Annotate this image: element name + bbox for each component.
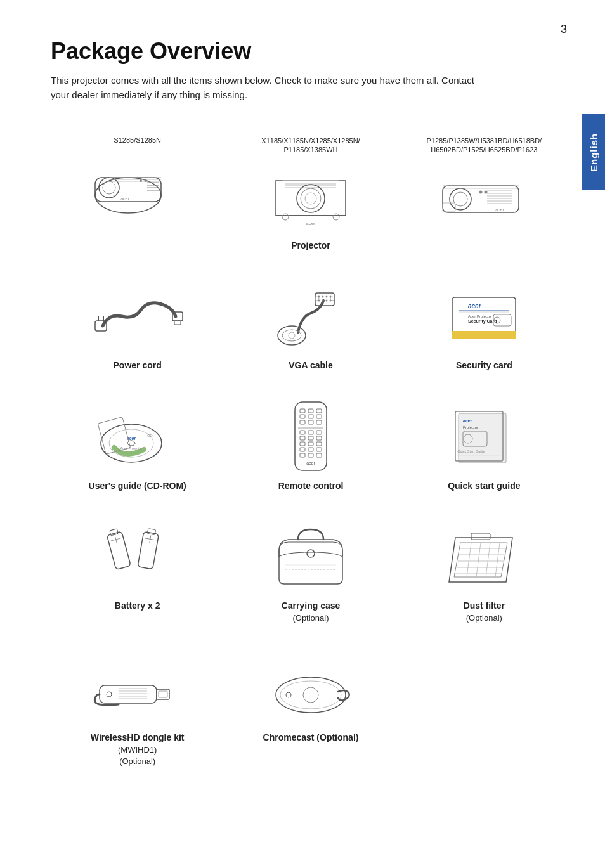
remote-control-label: Remote control: [278, 480, 344, 493]
item-projector-s1285: S1285/S1285N: [51, 125, 224, 267]
item-dust-filter: Dust filter (Optional): [398, 507, 571, 639]
item-vga-cable: VGA cable: [224, 267, 397, 387]
svg-point-19: [301, 188, 321, 209]
svg-rect-135: [159, 691, 167, 697]
svg-point-36: [479, 190, 483, 193]
svg-text:acer: acer: [306, 461, 315, 465]
svg-rect-114: [138, 532, 159, 569]
svg-rect-79: [300, 415, 305, 418]
item-chromecast: Chromecast (Optional): [224, 639, 397, 782]
svg-rect-76: [300, 409, 305, 413]
items-grid: S1285/S1285N: [51, 125, 571, 782]
svg-point-47: [289, 332, 295, 339]
carrying-case-label: Carrying case: [282, 600, 341, 612]
item-users-guide: acer Acer Projector CD User's guide (CD-…: [51, 387, 224, 508]
page-number: 3: [561, 23, 567, 36]
item-projector-x1185: X1185/X1185N/X1285/X1285N/P1185/X1385WH: [224, 125, 397, 267]
svg-text:acer: acer: [496, 207, 505, 212]
item-remote-control: acer Remote control: [224, 387, 397, 508]
svg-point-23: [333, 214, 339, 220]
svg-point-143: [280, 681, 341, 709]
svg-text:Projector: Projector: [463, 425, 478, 429]
svg-text:Security Card: Security Card: [468, 319, 497, 324]
svg-point-18: [297, 185, 325, 212]
svg-point-144: [303, 687, 318, 703]
svg-point-68: [101, 424, 162, 462]
svg-rect-133: [100, 685, 157, 703]
svg-text:Quick Start Guide: Quick Start Guide: [458, 450, 485, 453]
wirelesshd-label: WirelessHD dongle kit: [91, 732, 185, 744]
svg-point-55: [325, 300, 327, 302]
svg-point-22: [282, 214, 289, 220]
svg-point-136: [107, 692, 112, 697]
svg-rect-132: [471, 533, 490, 540]
svg-line-128: [467, 543, 471, 577]
svg-rect-82: [300, 420, 305, 424]
svg-text:acer: acer: [463, 418, 473, 423]
svg-point-11: [140, 179, 142, 182]
svg-point-46: [282, 330, 301, 341]
svg-rect-44: [174, 321, 181, 325]
svg-rect-95: [300, 448, 305, 451]
svg-point-51: [325, 296, 327, 298]
svg-rect-77: [308, 409, 313, 413]
svg-line-130: [486, 543, 490, 577]
item-security-card: acer Acer Projector Security Card Securi…: [398, 267, 571, 387]
projector-label: Projector: [291, 240, 330, 252]
svg-rect-86: [300, 431, 305, 434]
svg-rect-91: [316, 436, 322, 440]
svg-point-26: [450, 188, 471, 210]
svg-rect-48: [315, 293, 334, 306]
dust-filter-sublabel: (Optional): [466, 612, 502, 624]
svg-point-3: [103, 181, 115, 194]
security-card-label: Security card: [456, 360, 512, 372]
battery-label: Battery x 2: [115, 600, 160, 612]
svg-line-129: [476, 543, 481, 577]
svg-rect-111: [109, 529, 118, 536]
svg-point-12: [145, 179, 147, 182]
vga-cable-label: VGA cable: [289, 360, 333, 372]
svg-rect-98: [300, 453, 305, 457]
svg-rect-97: [316, 448, 322, 451]
svg-rect-25: [443, 186, 519, 212]
svg-rect-90: [308, 436, 313, 440]
svg-text:acer: acer: [468, 302, 482, 309]
dust-filter-label: Dust filter: [464, 600, 505, 612]
side-tab: English: [582, 114, 605, 190]
page-title: Package Overview: [51, 38, 529, 65]
svg-text:acer: acer: [120, 197, 129, 201]
item-projector-p1285: P1285/P1385W/H5381BD/H6518BD/H6502BD/P15…: [398, 125, 571, 267]
svg-point-118: [307, 550, 315, 557]
wirelesshd-sublabel: (MWIHD1)(Optional): [118, 744, 157, 767]
svg-text:Acer Projector: Acer Projector: [468, 314, 492, 318]
svg-rect-84: [316, 420, 322, 424]
svg-rect-67: [452, 331, 516, 339]
svg-point-57: [315, 297, 319, 301]
svg-rect-93: [308, 442, 313, 446]
item-power-cord: Power cord: [51, 267, 224, 387]
item-empty: [398, 639, 571, 782]
svg-rect-89: [300, 436, 305, 440]
svg-line-131: [495, 543, 500, 577]
carrying-case-sublabel: (Optional): [292, 612, 329, 624]
item-wirelesshd: WirelessHD dongle kit (MWIHD1)(Optional): [51, 639, 224, 782]
item-carrying-case: Carrying case (Optional): [224, 507, 397, 639]
item-quick-start-guide: acer Projector Quick Start Guide Quick s…: [398, 387, 571, 508]
svg-rect-78: [316, 409, 322, 413]
quick-start-guide-label: Quick start guide: [448, 480, 520, 493]
svg-text:acer: acer: [306, 221, 316, 226]
svg-point-50: [322, 296, 323, 298]
svg-point-58: [330, 297, 334, 301]
power-cord-label: Power cord: [114, 360, 162, 372]
svg-rect-110: [107, 532, 131, 570]
svg-rect-88: [316, 431, 322, 434]
svg-point-145: [286, 692, 291, 697]
svg-rect-80: [308, 415, 313, 418]
svg-rect-100: [316, 453, 322, 457]
svg-rect-96: [308, 448, 313, 451]
item-battery: Battery x 2: [51, 507, 224, 639]
chromecast-label: Chromecast (Optional): [263, 732, 359, 744]
page-description: This projector comes with all the items …: [51, 74, 482, 102]
users-guide-label: User's guide (CD-ROM): [89, 480, 186, 493]
svg-rect-87: [308, 431, 313, 434]
